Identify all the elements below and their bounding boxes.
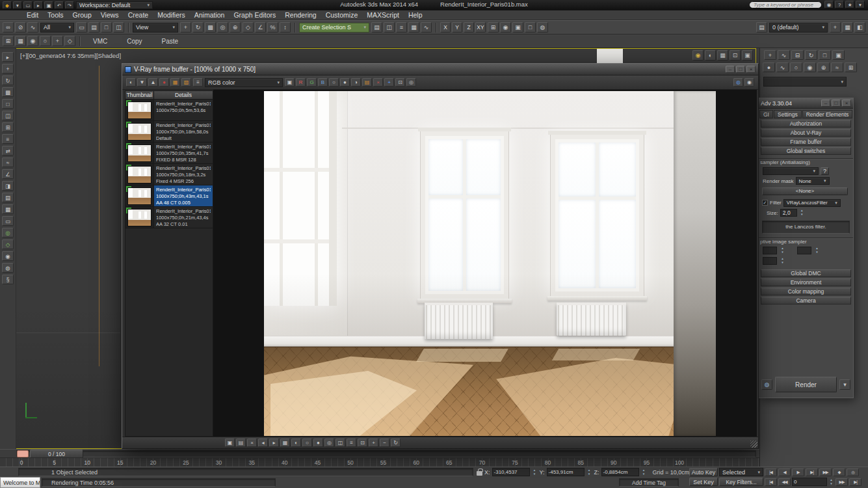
percent-snap-icon[interactable]: % xyxy=(267,22,278,33)
current-frame-field[interactable]: 0 xyxy=(792,478,827,486)
menu-item[interactable]: MAXScript xyxy=(362,10,404,20)
time-config-icon[interactable]: ◎ xyxy=(847,468,859,476)
menu-item[interactable]: Tools xyxy=(43,10,68,20)
save-channels-icon[interactable]: ▤ xyxy=(362,78,372,87)
set-key-button[interactable]: Set Key xyxy=(689,478,718,486)
named-selection-icon[interactable]: ▭ xyxy=(2,216,14,226)
toolbar-text-button[interactable]: Paste xyxy=(153,37,188,46)
render-setup-tab[interactable]: Render Elements xyxy=(802,110,853,118)
history-row[interactable]: 5RenderIt_Interior_Paris011000x750;0h,43… xyxy=(125,185,213,207)
render-production-icon[interactable]: ◍ xyxy=(761,379,772,390)
schematic-view-icon[interactable]: ⊞ xyxy=(488,22,499,33)
reference-coordinate-dropdown[interactable]: View xyxy=(133,23,178,33)
render-mask-dropdown[interactable]: None xyxy=(796,177,830,185)
maximize-icon[interactable]: □ xyxy=(736,66,745,73)
close-icon[interactable]: × xyxy=(746,66,756,73)
region-icon[interactable]: □ xyxy=(2,99,14,109)
max-logo-icon[interactable]: ◆ xyxy=(3,1,12,9)
size-spinner[interactable] xyxy=(799,209,805,217)
rollout-header[interactable]: Global switches xyxy=(761,147,851,155)
clear-icon[interactable]: × xyxy=(247,439,257,447)
isolate-icon[interactable]: ◎ xyxy=(2,228,14,237)
clone-icon[interactable]: ◨ xyxy=(2,181,14,191)
vfb-channel-dropdown[interactable]: RGB color xyxy=(205,78,283,87)
workspace-dropdown[interactable]: Workspace: Default xyxy=(76,1,153,9)
select-and-move-icon[interactable]: + xyxy=(180,22,191,33)
axis-constraint-button[interactable]: X xyxy=(440,22,451,33)
cameras-icon[interactable]: ◉ xyxy=(804,62,816,72)
material-editor-icon[interactable]: ◉ xyxy=(500,22,511,33)
ribbon-icon[interactable]: ▦ xyxy=(2,204,14,214)
align-icon[interactable]: ⇄ xyxy=(2,146,14,156)
time-slider-handle[interactable] xyxy=(17,450,29,457)
load-image-icon[interactable]: ▲ xyxy=(148,78,158,87)
y-coordinate-field[interactable]: -453,91cm xyxy=(547,468,585,476)
save-file-icon[interactable]: ▣ xyxy=(44,1,53,9)
add-time-tag-button[interactable]: Add Time Tag xyxy=(619,478,679,487)
array-icon[interactable]: ⊞ xyxy=(2,122,14,132)
favorites-icon[interactable]: ★ xyxy=(845,1,854,8)
color-swatch-icon[interactable]: ▣ xyxy=(285,78,295,87)
render-frame-window-icon[interactable]: □ xyxy=(525,22,536,33)
viewport-settings-icon[interactable]: ▣ xyxy=(742,50,753,61)
render-setup-tab[interactable]: GI xyxy=(759,110,773,118)
helper-icon[interactable]: + xyxy=(52,36,63,46)
display-tab-icon[interactable]: □ xyxy=(819,50,831,60)
shading-quality-icon[interactable]: ◐ xyxy=(705,50,716,61)
spinner-snap-icon[interactable]: ↕ xyxy=(280,22,291,33)
render-icon[interactable]: ◍ xyxy=(2,263,14,273)
use-pivot-center-icon[interactable]: ◎ xyxy=(217,22,228,33)
render-setup-titlebar[interactable]: Adv 3.30.04 –□× xyxy=(759,98,853,109)
rollout-header[interactable]: Environment xyxy=(761,278,851,286)
vfb-menu-icon[interactable]: ≡ xyxy=(193,78,203,87)
snaps-icon[interactable]: ◇ xyxy=(2,239,14,249)
layer-manager-icon[interactable]: ▦ xyxy=(408,22,419,33)
render-setup-icon[interactable]: ▣ xyxy=(512,22,523,33)
mirror-icon[interactable]: ◫ xyxy=(384,22,395,33)
history-column-thumbnail[interactable]: Thumbnail xyxy=(125,91,154,99)
viewport-layout-icon[interactable]: ⊞ xyxy=(3,36,14,46)
systems-icon[interactable]: ◇ xyxy=(64,36,75,46)
named-selection-set-dropdown[interactable]: Create Selection S xyxy=(299,23,369,33)
zoom-out-icon[interactable]: − xyxy=(380,439,389,447)
go-to-end-icon[interactable]: ▶| xyxy=(849,478,861,486)
menu-item[interactable]: Modifiers xyxy=(153,10,190,20)
blue-channel-icon[interactable]: B xyxy=(318,78,328,87)
bind-to-space-warp-icon[interactable]: ∿ xyxy=(27,22,38,33)
time-slider-track[interactable] xyxy=(16,450,756,457)
minimize-icon[interactable]: – xyxy=(726,66,735,73)
select-and-manipulate-icon[interactable]: ⊕ xyxy=(230,22,241,33)
max-subdivs-spinner[interactable] xyxy=(814,247,820,255)
search-input[interactable] xyxy=(749,1,822,8)
unlink-selection-icon[interactable]: ⊘ xyxy=(15,22,26,33)
scale-icon[interactable]: ▩ xyxy=(2,87,14,97)
create-tab-icon[interactable]: + xyxy=(764,50,776,60)
duplicate-to-host-icon[interactable]: ▦ xyxy=(170,78,180,87)
minimize-icon[interactable]: – xyxy=(821,100,830,107)
vfb-titlebar[interactable]: V-Ray frame buffer - [100% of 1000 x 750… xyxy=(122,64,758,75)
render-production-icon[interactable]: ◍ xyxy=(537,22,548,33)
selection-filter-dropdown[interactable]: All xyxy=(40,23,74,33)
key-mode-icon[interactable]: ◆ xyxy=(833,468,845,476)
modify-tab-icon[interactable]: ∿ xyxy=(778,50,790,60)
hierarchy-tab-icon[interactable]: ⊟ xyxy=(791,50,804,60)
menu-item[interactable]: Graph Editors xyxy=(229,10,280,20)
x-spinner[interactable] xyxy=(532,468,538,476)
snaps-toggle-icon[interactable]: ◇ xyxy=(243,22,254,33)
axis-constraint-button[interactable]: Y xyxy=(452,22,462,33)
region-render-icon[interactable]: ⊡ xyxy=(395,78,405,87)
axis-constraint-button[interactable]: Z xyxy=(464,22,474,33)
clear-image-icon[interactable]: ● xyxy=(159,78,169,87)
camera-icon[interactable]: ◉ xyxy=(27,36,38,46)
prev-icon[interactable]: ◂ xyxy=(258,439,268,447)
menu-item[interactable]: Edit xyxy=(22,10,43,20)
render-button[interactable]: Render xyxy=(775,377,837,392)
fast-forward-icon[interactable]: ▶▶ xyxy=(835,478,848,486)
open-file-icon[interactable]: ▸ xyxy=(34,1,43,9)
black-level-icon[interactable]: ● xyxy=(340,78,350,87)
align-icon[interactable]: ≡ xyxy=(396,22,407,33)
key-filters-button[interactable]: Key Filters... xyxy=(719,478,763,486)
sign-in-icon[interactable]: ◉ xyxy=(824,1,834,8)
geometry-icon[interactable]: ● xyxy=(763,62,775,72)
systems-icon[interactable]: ⊞ xyxy=(845,62,857,72)
